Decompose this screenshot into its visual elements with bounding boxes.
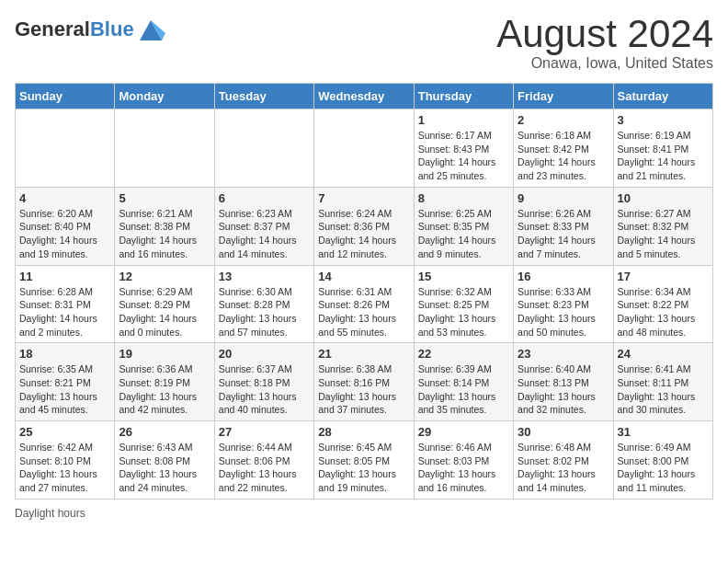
day-info: Sunrise: 6:27 AMSunset: 8:32 PMDaylight:… [618,207,709,261]
calendar-cell: 18Sunrise: 6:35 AMSunset: 8:21 PMDayligh… [16,343,115,421]
day-info: Sunrise: 6:26 AMSunset: 8:33 PMDaylight:… [518,207,609,261]
calendar-cell: 13Sunrise: 6:30 AMSunset: 8:28 PMDayligh… [214,265,313,343]
calendar-cell: 5Sunrise: 6:21 AMSunset: 8:38 PMDaylight… [115,187,214,265]
day-number: 10 [618,191,709,205]
day-info: Sunrise: 6:37 AMSunset: 8:18 PMDaylight:… [219,362,310,417]
day-number: 22 [418,347,509,361]
day-number: 1 [418,113,509,127]
day-number: 11 [19,270,110,283]
day-info: Sunrise: 6:17 AMSunset: 8:43 PMDaylight:… [418,129,509,183]
calendar-cell: 25Sunrise: 6:42 AMSunset: 8:10 PMDayligh… [16,421,115,500]
calendar-cell: 8Sunrise: 6:25 AMSunset: 8:35 PMDaylight… [414,187,513,265]
calendar-cell [115,109,214,188]
calendar-cell: 31Sunrise: 6:49 AMSunset: 8:00 PMDayligh… [613,421,712,500]
day-info: Sunrise: 6:23 AMSunset: 8:37 PMDaylight:… [219,207,310,261]
day-info: Sunrise: 6:33 AMSunset: 8:23 PMDaylight:… [518,285,609,339]
day-info: Sunrise: 6:19 AMSunset: 8:41 PMDaylight:… [618,129,709,183]
calendar-cell: 23Sunrise: 6:40 AMSunset: 8:13 PMDayligh… [514,343,613,421]
day-number: 30 [518,425,609,439]
day-number: 28 [318,425,409,439]
calendar-week-row: 1Sunrise: 6:17 AMSunset: 8:43 PMDaylight… [16,109,713,188]
day-number: 12 [119,270,210,283]
day-info: Sunrise: 6:28 AMSunset: 8:31 PMDaylight:… [19,285,110,339]
calendar-cell: 2Sunrise: 6:18 AMSunset: 8:42 PMDaylight… [514,109,613,188]
calendar-cell: 30Sunrise: 6:48 AMSunset: 8:02 PMDayligh… [514,421,613,500]
day-info: Sunrise: 6:34 AMSunset: 8:22 PMDaylight:… [618,285,709,339]
day-info: Sunrise: 6:45 AMSunset: 8:05 PMDaylight:… [318,441,409,495]
calendar-week-row: 25Sunrise: 6:42 AMSunset: 8:10 PMDayligh… [16,421,713,500]
location: Onawa, Iowa, United States [496,55,713,72]
day-info: Sunrise: 6:24 AMSunset: 8:36 PMDaylight:… [318,207,409,261]
day-number: 6 [219,191,310,205]
calendar-cell: 24Sunrise: 6:41 AMSunset: 8:11 PMDayligh… [613,343,712,421]
day-number: 19 [119,347,210,361]
calendar-cell: 27Sunrise: 6:44 AMSunset: 8:06 PMDayligh… [214,421,313,500]
calendar-cell: 12Sunrise: 6:29 AMSunset: 8:29 PMDayligh… [115,265,214,343]
calendar-cell: 20Sunrise: 6:37 AMSunset: 8:18 PMDayligh… [214,343,313,421]
month-year: August 2024 [496,15,713,53]
day-of-week-header: Saturday [613,84,712,109]
logo-icon [136,15,165,44]
day-info: Sunrise: 6:21 AMSunset: 8:38 PMDaylight:… [119,207,210,261]
calendar-cell: 29Sunrise: 6:46 AMSunset: 8:03 PMDayligh… [414,421,513,500]
day-info: Sunrise: 6:42 AMSunset: 8:10 PMDaylight:… [19,441,110,495]
day-info: Sunrise: 6:32 AMSunset: 8:25 PMDaylight:… [418,285,509,339]
day-info: Sunrise: 6:31 AMSunset: 8:26 PMDaylight:… [318,285,409,339]
day-number: 31 [618,425,709,439]
day-number: 24 [618,347,709,361]
day-info: Sunrise: 6:44 AMSunset: 8:06 PMDaylight:… [219,441,310,495]
calendar-cell: 22Sunrise: 6:39 AMSunset: 8:14 PMDayligh… [414,343,513,421]
day-number: 4 [19,191,110,205]
day-number: 14 [318,270,409,283]
day-number: 8 [418,191,509,205]
day-number: 9 [518,191,609,205]
calendar-cell: 14Sunrise: 6:31 AMSunset: 8:26 PMDayligh… [314,265,414,343]
day-info: Sunrise: 6:29 AMSunset: 8:29 PMDaylight:… [119,285,210,339]
calendar-cell: 3Sunrise: 6:19 AMSunset: 8:41 PMDaylight… [613,109,712,188]
calendar-cell: 16Sunrise: 6:33 AMSunset: 8:23 PMDayligh… [514,265,613,343]
day-info: Sunrise: 6:35 AMSunset: 8:21 PMDaylight:… [19,362,110,417]
calendar-cell [314,109,414,188]
logo: GeneralBlue [15,15,165,44]
day-of-week-header: Wednesday [314,84,414,109]
day-info: Sunrise: 6:30 AMSunset: 8:28 PMDaylight:… [219,285,310,339]
day-of-week-header: Monday [115,84,214,109]
calendar-header-row: SundayMondayTuesdayWednesdayThursdayFrid… [16,84,713,109]
day-info: Sunrise: 6:25 AMSunset: 8:35 PMDaylight:… [418,207,509,261]
day-of-week-header: Sunday [16,84,115,109]
day-of-week-header: Thursday [414,84,513,109]
day-of-week-header: Friday [514,84,613,109]
day-info: Sunrise: 6:38 AMSunset: 8:16 PMDaylight:… [318,362,409,417]
calendar-cell: 1Sunrise: 6:17 AMSunset: 8:43 PMDaylight… [414,109,513,188]
daylight-hours-label: Daylight hours [15,507,85,520]
page-header: GeneralBlue August 2024 Onawa, Iowa, Uni… [15,15,713,72]
calendar-week-row: 4Sunrise: 6:20 AMSunset: 8:40 PMDaylight… [16,187,713,265]
title-block: August 2024 Onawa, Iowa, United States [496,15,713,72]
logo-blue: Blue [90,17,134,40]
calendar-cell: 15Sunrise: 6:32 AMSunset: 8:25 PMDayligh… [414,265,513,343]
day-number: 3 [618,113,709,127]
day-number: 7 [318,191,409,205]
day-number: 16 [518,270,609,283]
footer: Daylight hours [15,507,713,520]
day-info: Sunrise: 6:40 AMSunset: 8:13 PMDaylight:… [518,362,609,417]
day-number: 21 [318,347,409,361]
calendar-table: SundayMondayTuesdayWednesdayThursdayFrid… [15,83,713,500]
day-number: 25 [19,425,110,439]
day-of-week-header: Tuesday [214,84,313,109]
calendar-cell: 17Sunrise: 6:34 AMSunset: 8:22 PMDayligh… [613,265,712,343]
calendar-week-row: 11Sunrise: 6:28 AMSunset: 8:31 PMDayligh… [16,265,713,343]
day-info: Sunrise: 6:18 AMSunset: 8:42 PMDaylight:… [518,129,609,183]
day-number: 15 [418,270,509,283]
calendar-cell [16,109,115,188]
calendar-cell: 4Sunrise: 6:20 AMSunset: 8:40 PMDaylight… [16,187,115,265]
calendar-cell: 26Sunrise: 6:43 AMSunset: 8:08 PMDayligh… [115,421,214,500]
day-info: Sunrise: 6:43 AMSunset: 8:08 PMDaylight:… [119,441,210,495]
calendar-cell: 11Sunrise: 6:28 AMSunset: 8:31 PMDayligh… [16,265,115,343]
day-number: 27 [219,425,310,439]
day-number: 2 [518,113,609,127]
calendar-cell [214,109,313,188]
day-number: 23 [518,347,609,361]
day-number: 5 [119,191,210,205]
day-info: Sunrise: 6:36 AMSunset: 8:19 PMDaylight:… [119,362,210,417]
